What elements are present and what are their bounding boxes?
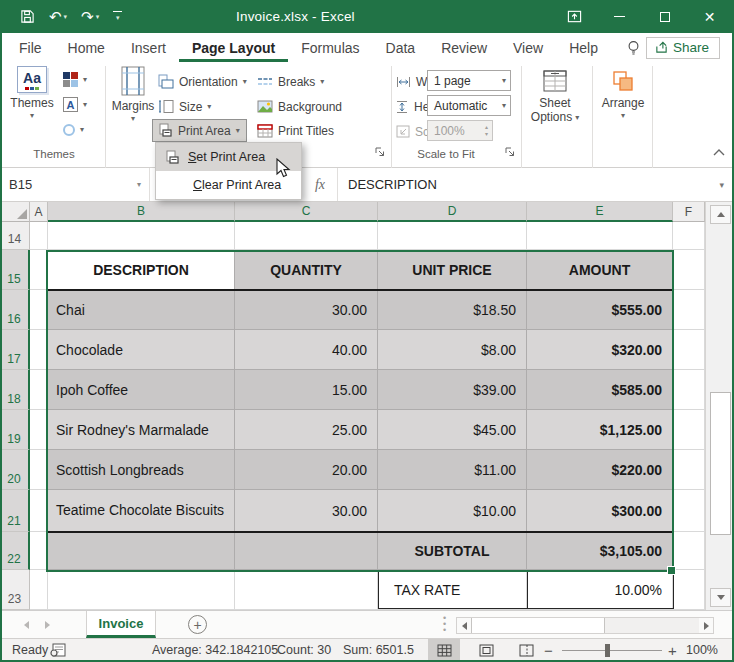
row-header-16[interactable]: 16 (0, 290, 30, 330)
cell-e15[interactable]: AMOUNT (527, 250, 673, 290)
cell-unit-price[interactable]: $39.00 (378, 370, 527, 410)
cell[interactable] (673, 410, 705, 450)
theme-fonts-button[interactable]: A▾ (58, 93, 92, 116)
row-header-22[interactable]: 22 (0, 532, 30, 570)
close-button[interactable]: ✕ (687, 0, 732, 33)
normal-view-button[interactable] (428, 639, 460, 661)
cell-amount[interactable]: $555.00 (527, 290, 673, 330)
cell[interactable] (673, 250, 705, 290)
cell[interactable] (30, 250, 48, 290)
cell-quantity[interactable]: 25.00 (235, 410, 378, 450)
new-sheet-button[interactable]: + (188, 615, 207, 634)
tab-page-layout[interactable]: Page Layout (179, 33, 288, 62)
arrange-button[interactable]: Arrange ▾ (596, 66, 650, 144)
cell-c15[interactable]: QUANTITY (235, 250, 378, 290)
cell-amount[interactable]: $1,125.00 (527, 410, 673, 450)
horizontal-scroll-thumb[interactable] (471, 618, 605, 633)
customize-qat-button[interactable]: ▾ (113, 11, 122, 22)
zoom-slider-track[interactable] (562, 650, 662, 651)
cell-amount[interactable]: $320.00 (527, 330, 673, 370)
theme-colors-button[interactable]: ▾ (58, 68, 92, 91)
select-all-corner[interactable] (0, 202, 30, 222)
minimize-button[interactable] (597, 0, 642, 33)
row-header-19[interactable]: 19 (0, 410, 30, 450)
page-break-preview-button[interactable] (510, 639, 542, 661)
cell[interactable] (30, 222, 48, 250)
cell-unit-price[interactable]: $8.00 (378, 330, 527, 370)
previous-sheet-button[interactable] (24, 621, 29, 629)
cell[interactable] (673, 290, 705, 330)
zoom-level[interactable]: 100% (686, 639, 718, 661)
tab-review[interactable]: Review (428, 33, 500, 62)
undo-button[interactable]: ↶ ▾ (49, 9, 67, 24)
scroll-up-button[interactable] (710, 205, 731, 224)
cell-quantity[interactable]: 30.00 (235, 490, 378, 532)
cell[interactable] (30, 490, 48, 532)
cell-quantity[interactable]: 40.00 (235, 330, 378, 370)
redo-button[interactable]: ↷ ▾ (81, 9, 99, 24)
print-area-button[interactable]: Print Area ▾ (152, 119, 247, 142)
tab-insert[interactable]: Insert (118, 33, 179, 62)
page-setup-dialog-launcher[interactable] (374, 146, 386, 158)
tab-home[interactable]: Home (55, 33, 118, 62)
cell[interactable] (673, 490, 705, 532)
row-header-14[interactable]: 14 (0, 222, 30, 250)
macro-record-button[interactable] (50, 639, 67, 661)
width-combobox[interactable]: 1 page ▾ (427, 70, 511, 91)
cell[interactable] (48, 222, 235, 250)
column-header-f[interactable]: F (673, 202, 705, 222)
column-header-b[interactable]: B (48, 202, 235, 222)
row-header-20[interactable]: 20 (0, 450, 30, 490)
print-titles-button[interactable]: Print Titles (252, 119, 339, 142)
cell-quantity[interactable]: 20.00 (235, 450, 378, 490)
vertical-scrollbar[interactable] (705, 202, 734, 610)
row-header-18[interactable]: 18 (0, 370, 30, 410)
cell[interactable] (30, 570, 48, 610)
cell-amount[interactable]: $585.00 (527, 370, 673, 410)
row-header-17[interactable]: 17 (0, 330, 30, 370)
tab-help[interactable]: Help (556, 33, 611, 62)
share-button[interactable]: Share (646, 37, 720, 59)
cell[interactable] (30, 330, 48, 370)
cell-unit-price[interactable]: $18.50 (378, 290, 527, 330)
cell[interactable] (673, 222, 705, 250)
sheet-options-button[interactable]: Sheet Options ▾ (524, 66, 586, 144)
breaks-button[interactable]: Breaks ▾ (252, 70, 329, 93)
cell-quantity[interactable]: 15.00 (235, 370, 378, 410)
vertical-scroll-thumb[interactable] (710, 392, 731, 535)
cell-d15[interactable]: UNIT PRICE (378, 250, 527, 290)
margins-button[interactable]: Margins ▾ (110, 66, 156, 144)
zoom-in-button[interactable]: + (668, 639, 677, 661)
cell[interactable] (30, 410, 48, 450)
horizontal-scrollbar[interactable] (456, 617, 714, 634)
cell-b15-active[interactable]: DESCRIPTION (48, 250, 235, 290)
row-header-15[interactable]: 15 (0, 250, 30, 290)
cell[interactable] (30, 370, 48, 410)
cell[interactable] (673, 450, 705, 490)
scale-to-fit-dialog-launcher[interactable] (504, 146, 516, 158)
cell[interactable] (673, 532, 705, 570)
cell-unit-price[interactable]: $10.00 (378, 490, 527, 532)
horizontal-scroll-track[interactable] (605, 618, 699, 633)
ribbon-display-options-button[interactable] (552, 0, 597, 33)
cell[interactable] (527, 222, 673, 250)
cell-description[interactable]: Teatime Chocolate Biscuits (48, 490, 235, 532)
size-button[interactable]: Size ▾ (153, 95, 216, 118)
tab-data[interactable]: Data (373, 33, 429, 62)
cell[interactable] (235, 532, 378, 570)
column-header-c[interactable]: C (235, 202, 378, 222)
cell[interactable] (48, 570, 235, 610)
tab-file[interactable]: File (6, 33, 55, 62)
cell[interactable] (673, 370, 705, 410)
row-header-21[interactable]: 21 (0, 490, 30, 532)
height-combobox[interactable]: Automatic ▾ (427, 95, 511, 116)
cell[interactable] (235, 222, 378, 250)
page-layout-view-button[interactable] (470, 639, 502, 661)
cell-unit-price[interactable]: $11.00 (378, 450, 527, 490)
cell[interactable] (30, 450, 48, 490)
zoom-out-button[interactable]: − (544, 639, 553, 661)
orientation-button[interactable]: Orientation ▾ (153, 70, 252, 93)
name-box[interactable]: B15 ▾ (0, 168, 150, 201)
cell-description[interactable]: Ipoh Coffee (48, 370, 235, 410)
cell[interactable] (48, 532, 235, 570)
